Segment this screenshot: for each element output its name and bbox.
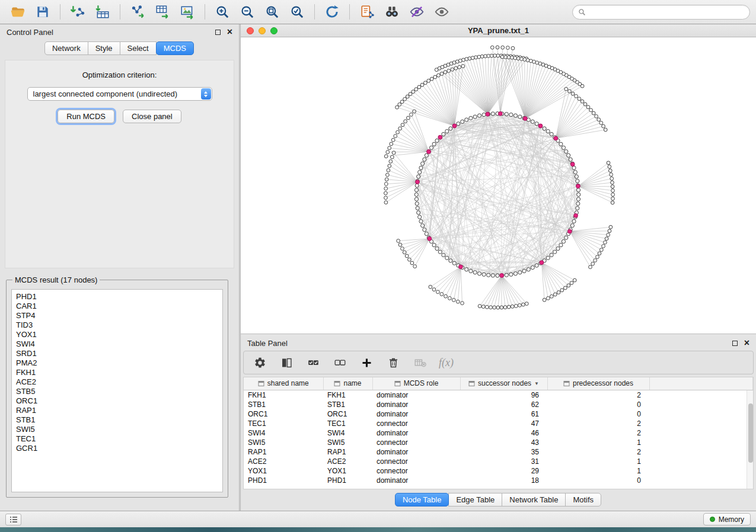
close-table-panel-icon[interactable]: ×	[744, 339, 749, 347]
table-cell: ORC1	[323, 409, 372, 419]
scrollbar-thumb[interactable]	[748, 403, 753, 463]
mcds-result-list[interactable]: PHD1CAR1STP4TID3YOX1SWI4SRD1PMA2FKH1ACE2…	[11, 289, 223, 492]
mcds-result-item[interactable]: YOX1	[16, 330, 218, 339]
status-bar: Memory	[0, 511, 756, 527]
mcds-result-item[interactable]: CAR1	[16, 302, 218, 311]
mcds-result-item[interactable]: PHD1	[16, 292, 218, 302]
show-all-button[interactable]	[430, 2, 454, 22]
table-tab-node-table[interactable]: Node Table	[395, 493, 449, 507]
window-close-button[interactable]	[247, 27, 254, 34]
table-cell: FKH1	[244, 390, 323, 400]
save-session-button[interactable]	[31, 2, 55, 22]
network-area: YPA_prune.txt_1 Table Panel ×	[241, 24, 756, 511]
mcds-result-item[interactable]: STP4	[16, 311, 218, 321]
table-settings-button[interactable]	[252, 355, 267, 370]
clear-table-button	[412, 355, 428, 370]
mcds-result-item[interactable]: GCR1	[16, 444, 218, 453]
float-table-panel-icon[interactable]	[732, 341, 738, 346]
export-image-button[interactable]	[176, 2, 199, 22]
column-header-shared-name[interactable]: shared name	[244, 377, 323, 390]
memory-status-dot	[710, 517, 715, 522]
mcds-result-item[interactable]: SWI4	[16, 339, 218, 349]
window-zoom-button[interactable]	[270, 27, 277, 34]
table-scrollbar[interactable]	[747, 390, 753, 489]
mcds-result-item[interactable]: SRD1	[16, 349, 218, 358]
table-tab-network-table[interactable]: Network Table	[502, 493, 566, 507]
mcds-result-item[interactable]: TID3	[16, 321, 218, 330]
mcds-result-item[interactable]: SWI5	[16, 425, 218, 434]
mcds-result-item[interactable]: STB5	[16, 387, 218, 396]
task-history-button[interactable]	[5, 514, 21, 525]
mcds-result-item[interactable]: FKH1	[16, 368, 218, 377]
mcds-result-item[interactable]: ORC1	[16, 396, 218, 406]
tab-network[interactable]: Network	[44, 41, 88, 55]
import-network-button[interactable]	[66, 2, 90, 22]
mcds-result-item[interactable]: RAP1	[16, 406, 218, 415]
open-session-button[interactable]	[6, 2, 30, 22]
mcds-result-item[interactable]: ACE2	[16, 377, 218, 387]
table-row[interactable]: SWI5SWI5connector431	[244, 438, 753, 447]
hide-selected-button[interactable]	[405, 2, 429, 22]
search-input[interactable]	[589, 8, 744, 16]
table-row[interactable]: YOX1YOX1connector291	[244, 466, 753, 476]
run-mcds-button[interactable]: Run MCDS	[58, 110, 114, 123]
table-toolbar: f(x)	[243, 351, 754, 374]
import-table-button[interactable]	[91, 2, 114, 22]
column-header-filler	[649, 377, 753, 390]
table-cell: TEC1	[323, 419, 372, 428]
column-header-predecessor-nodes[interactable]: predecessor nodes	[547, 377, 649, 390]
show-columns-button[interactable]	[279, 355, 294, 370]
table-row[interactable]: ACE2ACE2connector311	[244, 457, 753, 466]
mcds-result-item[interactable]: STB1	[16, 415, 218, 425]
mcds-result-item[interactable]: PMA2	[16, 358, 218, 368]
deselect-all-button[interactable]	[332, 355, 347, 370]
network-window-titlebar[interactable]: YPA_prune.txt_1	[241, 24, 756, 37]
column-header-mcds-role[interactable]: MCDS role	[372, 377, 460, 390]
column-header-successor-nodes[interactable]: successor nodes▼	[460, 377, 547, 390]
table-tabs: Node TableEdge TableNetwork TableMotifs	[241, 493, 756, 507]
clone-network-button[interactable]	[355, 2, 379, 22]
memory-button[interactable]: Memory	[703, 513, 751, 525]
table-cell: connector	[372, 438, 460, 447]
table-row[interactable]: PHD1PHD1dominator180	[244, 476, 753, 485]
network-canvas[interactable]	[241, 38, 756, 334]
search-box[interactable]	[572, 5, 750, 20]
table-cell: PHD1	[323, 476, 372, 485]
zoom-selected-button[interactable]	[285, 2, 309, 22]
mcds-result-item[interactable]: TEC1	[16, 434, 218, 444]
refresh-view-button[interactable]	[320, 2, 344, 22]
table-header-row: shared namenameMCDS rolesuccessor nodes▼…	[244, 377, 753, 390]
table-tab-edge-table[interactable]: Edge Table	[448, 493, 502, 507]
zoom-out-button[interactable]	[235, 2, 259, 22]
table-row[interactable]: STB1STB1dominator620	[244, 400, 753, 409]
close-panel-icon[interactable]: ×	[227, 28, 232, 36]
find-button[interactable]	[380, 2, 404, 22]
column-header-name[interactable]: name	[323, 377, 372, 390]
network-graph[interactable]	[241, 38, 756, 334]
table-row[interactable]: RAP1RAP1dominator352	[244, 447, 753, 457]
export-network-button[interactable]	[126, 2, 149, 22]
float-panel-icon[interactable]	[215, 30, 221, 35]
table-row[interactable]: TEC1TEC1connector472	[244, 419, 753, 428]
tab-mcds[interactable]: MCDS	[156, 41, 194, 55]
table-row[interactable]: SWI4SWI4dominator462	[244, 428, 753, 438]
export-network-icon	[130, 4, 145, 20]
window-minimize-button[interactable]	[259, 27, 266, 34]
table-cell: 31	[460, 457, 547, 466]
table-row[interactable]: FKH1FKH1dominator962	[244, 390, 753, 400]
zoom-fit-button[interactable]	[260, 2, 284, 22]
tab-style[interactable]: Style	[88, 41, 120, 55]
table-cell-filler	[649, 447, 753, 457]
table-tab-motifs[interactable]: Motifs	[565, 493, 601, 507]
select-all-button[interactable]	[305, 355, 321, 370]
close-panel-button[interactable]: Close panel	[123, 110, 181, 123]
optimization-criterion-select[interactable]: largest connected component (undirected)	[27, 87, 212, 101]
delete-column-button[interactable]	[385, 355, 401, 370]
table-row[interactable]: ORC1ORC1dominator610	[244, 409, 753, 419]
zoom-in-button[interactable]	[210, 2, 234, 22]
add-column-button[interactable]	[359, 355, 374, 370]
tab-select[interactable]: Select	[120, 41, 157, 55]
export-table-button[interactable]	[151, 2, 174, 22]
table-cell: 0	[547, 409, 649, 419]
table-cell-filler	[649, 476, 753, 485]
